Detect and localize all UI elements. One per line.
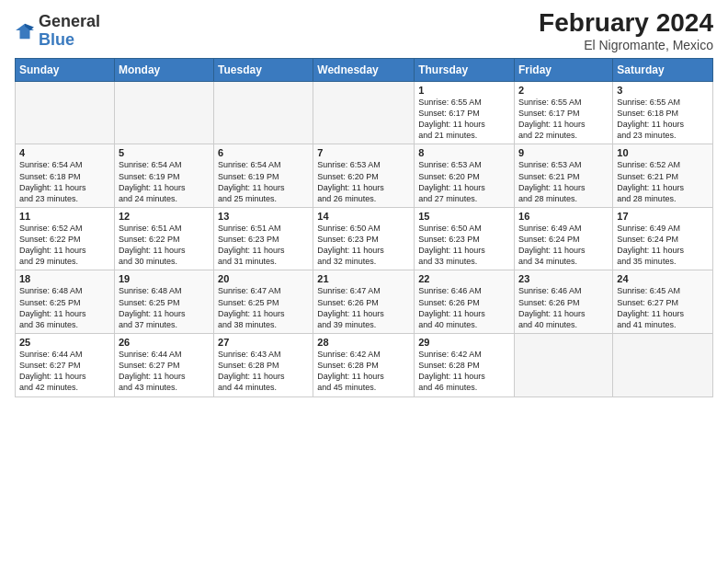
day-number: 9 <box>518 147 609 158</box>
calendar-cell <box>613 334 713 397</box>
day-info: Sunrise: 6:45 AM Sunset: 6:27 PM Dayligh… <box>617 285 709 330</box>
day-info: Sunrise: 6:51 AM Sunset: 6:23 PM Dayligh… <box>218 223 309 268</box>
day-info: Sunrise: 6:46 AM Sunset: 6:26 PM Dayligh… <box>418 285 510 330</box>
calendar-cell: 4Sunrise: 6:54 AM Sunset: 6:18 PM Daylig… <box>16 144 115 208</box>
day-number: 15 <box>418 211 510 222</box>
calendar-cell: 6Sunrise: 6:54 AM Sunset: 6:19 PM Daylig… <box>214 144 313 208</box>
calendar-cell: 10Sunrise: 6:52 AM Sunset: 6:21 PM Dayli… <box>613 144 713 208</box>
day-number: 14 <box>317 211 410 222</box>
calendar-cell: 5Sunrise: 6:54 AM Sunset: 6:19 PM Daylig… <box>114 144 213 208</box>
logo: General Blue <box>15 13 100 50</box>
calendar-cell: 14Sunrise: 6:50 AM Sunset: 6:23 PM Dayli… <box>313 207 415 270</box>
title-block: February 2024 El Nigromante, Mexico <box>539 9 713 52</box>
calendar-cell <box>16 81 115 144</box>
calendar-cell: 19Sunrise: 6:48 AM Sunset: 6:25 PM Dayli… <box>114 270 213 334</box>
day-number: 1 <box>418 85 510 96</box>
col-friday: Friday <box>515 58 613 81</box>
calendar-cell: 22Sunrise: 6:46 AM Sunset: 6:26 PM Dayli… <box>415 270 515 334</box>
day-info: Sunrise: 6:50 AM Sunset: 6:23 PM Dayligh… <box>317 223 410 268</box>
calendar-cell: 28Sunrise: 6:42 AM Sunset: 6:28 PM Dayli… <box>313 334 415 397</box>
calendar-week-4: 18Sunrise: 6:48 AM Sunset: 6:25 PM Dayli… <box>16 270 713 334</box>
calendar-cell: 11Sunrise: 6:52 AM Sunset: 6:22 PM Dayli… <box>16 207 115 270</box>
day-number: 3 <box>617 85 709 96</box>
col-sunday: Sunday <box>16 58 115 81</box>
day-info: Sunrise: 6:54 AM Sunset: 6:19 PM Dayligh… <box>218 159 309 204</box>
calendar-week-3: 11Sunrise: 6:52 AM Sunset: 6:22 PM Dayli… <box>16 207 713 270</box>
day-number: 29 <box>418 337 510 348</box>
day-number: 20 <box>218 273 309 284</box>
day-info: Sunrise: 6:55 AM Sunset: 6:17 PM Dayligh… <box>418 97 510 142</box>
calendar-title: February 2024 <box>539 9 713 38</box>
day-info: Sunrise: 6:51 AM Sunset: 6:22 PM Dayligh… <box>119 223 210 268</box>
col-saturday: Saturday <box>613 58 713 81</box>
calendar-week-5: 25Sunrise: 6:44 AM Sunset: 6:27 PM Dayli… <box>16 334 713 397</box>
calendar-cell: 2Sunrise: 6:55 AM Sunset: 6:17 PM Daylig… <box>515 81 613 144</box>
logo-general-text: General <box>39 12 100 30</box>
day-info: Sunrise: 6:42 AM Sunset: 6:28 PM Dayligh… <box>418 349 510 394</box>
calendar-cell: 16Sunrise: 6:49 AM Sunset: 6:24 PM Dayli… <box>515 207 613 270</box>
logo-blue-text: Blue <box>39 30 74 49</box>
day-number: 6 <box>218 147 309 158</box>
logo-bird-icon <box>15 21 35 41</box>
day-number: 16 <box>518 211 609 222</box>
calendar-cell: 13Sunrise: 6:51 AM Sunset: 6:23 PM Dayli… <box>214 207 313 270</box>
calendar-cell: 9Sunrise: 6:53 AM Sunset: 6:21 PM Daylig… <box>515 144 613 208</box>
calendar-cell: 26Sunrise: 6:44 AM Sunset: 6:27 PM Dayli… <box>114 334 213 397</box>
col-wednesday: Wednesday <box>313 58 415 81</box>
day-info: Sunrise: 6:52 AM Sunset: 6:21 PM Dayligh… <box>617 159 709 204</box>
day-info: Sunrise: 6:50 AM Sunset: 6:23 PM Dayligh… <box>418 223 510 268</box>
day-info: Sunrise: 6:48 AM Sunset: 6:25 PM Dayligh… <box>119 285 210 330</box>
calendar-cell <box>313 81 415 144</box>
day-number: 24 <box>617 273 709 284</box>
calendar-cell: 20Sunrise: 6:47 AM Sunset: 6:25 PM Dayli… <box>214 270 313 334</box>
day-info: Sunrise: 6:46 AM Sunset: 6:26 PM Dayligh… <box>518 285 609 330</box>
day-number: 13 <box>218 211 309 222</box>
col-thursday: Thursday <box>415 58 515 81</box>
day-number: 4 <box>19 147 110 158</box>
day-info: Sunrise: 6:43 AM Sunset: 6:28 PM Dayligh… <box>218 349 309 394</box>
day-info: Sunrise: 6:55 AM Sunset: 6:17 PM Dayligh… <box>518 97 609 142</box>
calendar-cell: 15Sunrise: 6:50 AM Sunset: 6:23 PM Dayli… <box>415 207 515 270</box>
day-info: Sunrise: 6:44 AM Sunset: 6:27 PM Dayligh… <box>19 349 110 394</box>
calendar-cell <box>515 334 613 397</box>
calendar-cell: 23Sunrise: 6:46 AM Sunset: 6:26 PM Dayli… <box>515 270 613 334</box>
day-number: 10 <box>617 147 709 158</box>
calendar-cell: 1Sunrise: 6:55 AM Sunset: 6:17 PM Daylig… <box>415 81 515 144</box>
day-number: 27 <box>218 337 309 348</box>
calendar-cell: 24Sunrise: 6:45 AM Sunset: 6:27 PM Dayli… <box>613 270 713 334</box>
calendar-cell: 12Sunrise: 6:51 AM Sunset: 6:22 PM Dayli… <box>114 207 213 270</box>
calendar-cell: 3Sunrise: 6:55 AM Sunset: 6:18 PM Daylig… <box>613 81 713 144</box>
col-monday: Monday <box>114 58 213 81</box>
day-info: Sunrise: 6:52 AM Sunset: 6:22 PM Dayligh… <box>19 223 110 268</box>
calendar-cell: 29Sunrise: 6:42 AM Sunset: 6:28 PM Dayli… <box>415 334 515 397</box>
day-number: 22 <box>418 273 510 284</box>
day-number: 17 <box>617 211 709 222</box>
calendar-cell: 25Sunrise: 6:44 AM Sunset: 6:27 PM Dayli… <box>16 334 115 397</box>
day-info: Sunrise: 6:55 AM Sunset: 6:18 PM Dayligh… <box>617 97 709 142</box>
day-number: 5 <box>119 147 210 158</box>
calendar-cell: 27Sunrise: 6:43 AM Sunset: 6:28 PM Dayli… <box>214 334 313 397</box>
day-number: 7 <box>317 147 410 158</box>
day-info: Sunrise: 6:47 AM Sunset: 6:25 PM Dayligh… <box>218 285 309 330</box>
calendar-cell: 21Sunrise: 6:47 AM Sunset: 6:26 PM Dayli… <box>313 270 415 334</box>
day-number: 19 <box>119 273 210 284</box>
day-info: Sunrise: 6:48 AM Sunset: 6:25 PM Dayligh… <box>19 285 110 330</box>
calendar-cell: 8Sunrise: 6:53 AM Sunset: 6:20 PM Daylig… <box>415 144 515 208</box>
col-tuesday: Tuesday <box>214 58 313 81</box>
calendar-cell: 18Sunrise: 6:48 AM Sunset: 6:25 PM Dayli… <box>16 270 115 334</box>
page: General Blue February 2024 El Nigromante… <box>0 0 728 407</box>
day-number: 18 <box>19 273 110 284</box>
day-info: Sunrise: 6:49 AM Sunset: 6:24 PM Dayligh… <box>617 223 709 268</box>
day-number: 23 <box>518 273 609 284</box>
calendar-table: Sunday Monday Tuesday Wednesday Thursday… <box>15 58 713 397</box>
calendar-header-row: Sunday Monday Tuesday Wednesday Thursday… <box>16 58 713 81</box>
day-info: Sunrise: 6:53 AM Sunset: 6:20 PM Dayligh… <box>418 159 510 204</box>
header-row: General Blue February 2024 El Nigromante… <box>15 9 713 52</box>
day-info: Sunrise: 6:54 AM Sunset: 6:18 PM Dayligh… <box>19 159 110 204</box>
day-number: 8 <box>418 147 510 158</box>
day-info: Sunrise: 6:54 AM Sunset: 6:19 PM Dayligh… <box>119 159 210 204</box>
day-info: Sunrise: 6:53 AM Sunset: 6:21 PM Dayligh… <box>518 159 609 204</box>
day-number: 12 <box>119 211 210 222</box>
calendar-week-2: 4Sunrise: 6:54 AM Sunset: 6:18 PM Daylig… <box>16 144 713 208</box>
day-number: 26 <box>119 337 210 348</box>
